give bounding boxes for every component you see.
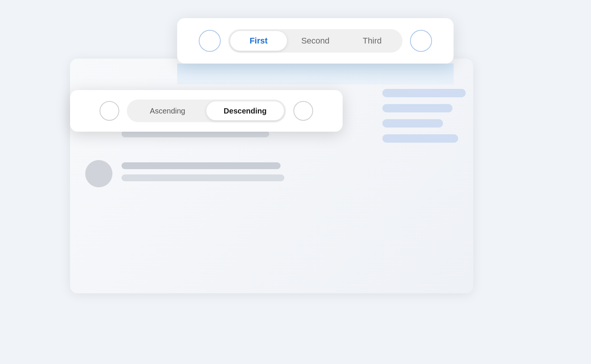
line-5 — [122, 174, 284, 181]
bottom-segment-card: Ascending Descending — [70, 90, 343, 132]
bar-3 — [382, 119, 443, 128]
segment-first-button[interactable]: First — [230, 31, 287, 51]
segment-ascending-button[interactable]: Ascending — [129, 101, 206, 120]
text-lines — [122, 160, 331, 181]
top-segment-card: First Second Third — [177, 18, 454, 64]
top-segment-control: First Second Third — [228, 29, 402, 53]
top-right-circle[interactable] — [410, 30, 432, 52]
list-item — [85, 160, 331, 187]
right-bars — [375, 81, 473, 271]
bottom-right-circle[interactable] — [293, 101, 313, 121]
blue-highlight-strip — [177, 64, 454, 84]
bottom-left-circle[interactable] — [100, 101, 119, 121]
segment-descending-button[interactable]: Descending — [206, 101, 284, 120]
segment-second-button[interactable]: Second — [287, 31, 344, 51]
top-left-circle[interactable] — [199, 30, 221, 52]
avatar — [85, 160, 112, 187]
line-4 — [122, 162, 281, 169]
bar-4 — [382, 134, 458, 143]
bottom-segment-control: Ascending Descending — [127, 100, 286, 122]
bar-2 — [382, 104, 452, 112]
bar-1 — [382, 89, 466, 97]
segment-third-button[interactable]: Third — [344, 31, 401, 51]
